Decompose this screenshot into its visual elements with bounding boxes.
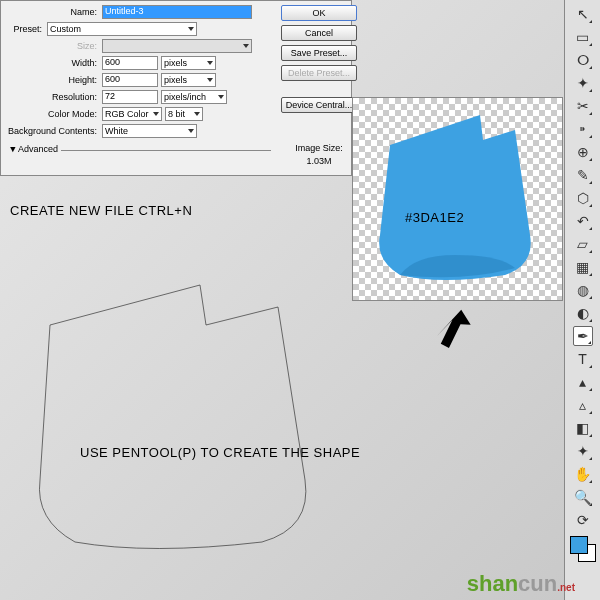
pen-tool-icon[interactable]: ✒ [573, 326, 593, 346]
wand-tool-icon[interactable]: ✦ [573, 73, 593, 93]
colormode-bits-select[interactable]: 8 bit [165, 107, 203, 121]
delete-preset-button: Delete Preset... [281, 65, 357, 81]
device-central-button[interactable]: Device Central... [281, 97, 357, 113]
callout-create-file: CREATE NEW FILE CTRL+N [10, 203, 192, 218]
width-label: Width: [7, 58, 102, 68]
advanced-toggle[interactable]: ▶ Advanced [7, 141, 271, 154]
annotation-arrow-icon [432, 300, 482, 350]
tools-palette: ↖ ▭ ⵔ ✦ ✂ ⁍ ⊕ ✎ ⬡ ↶ ▱ ▦ ◍ ◐ ✒ T ▴ ▵ ◧ ✦ … [564, 0, 600, 600]
resolution-label: Resolution: [7, 92, 102, 102]
callout-hex-color: #3DA1E2 [405, 210, 464, 225]
history-brush-tool-icon[interactable]: ↶ [573, 211, 593, 231]
width-unit-select[interactable]: pixels [161, 56, 216, 70]
shape-tool-icon[interactable]: ◧ [573, 418, 593, 438]
save-preset-button[interactable]: Save Preset... [281, 45, 357, 61]
eraser-tool-icon[interactable]: ▱ [573, 234, 593, 254]
dodge-tool-icon[interactable]: ◐ [573, 303, 593, 323]
width-input[interactable]: 600 [102, 56, 158, 70]
new-file-dialog: Name: Untitled-3 Preset: Custom Size: Wi… [0, 0, 352, 176]
blur-tool-icon[interactable]: ◍ [573, 280, 593, 300]
cancel-button[interactable]: Cancel [281, 25, 357, 41]
image-size-display: Image Size: 1.03M [295, 142, 343, 167]
preset-select[interactable]: Custom [47, 22, 197, 36]
preset-label: Preset: [7, 24, 47, 34]
size-select [102, 39, 252, 53]
type-tool-icon[interactable]: T [573, 349, 593, 369]
eyedropper-tool-icon[interactable]: ⁍ [573, 119, 593, 139]
bg-select[interactable]: White [102, 124, 197, 138]
brush-tool-icon[interactable]: ✎ [573, 165, 593, 185]
height-unit-select[interactable]: pixels [161, 73, 216, 87]
height-input[interactable]: 600 [102, 73, 158, 87]
move-tool-icon[interactable]: ↖ [573, 4, 593, 24]
resolution-input[interactable]: 72 [102, 90, 158, 104]
dialog-fields: Name: Untitled-3 Preset: Custom Size: Wi… [1, 1, 277, 175]
callout-pentool: USE PENTOOL(P) TO CREATE THE SHAPE [80, 445, 360, 460]
size-label: Size: [7, 41, 102, 51]
stamp-tool-icon[interactable]: ⬡ [573, 188, 593, 208]
3d-tool-icon[interactable]: ✦ [573, 441, 593, 461]
zoom-tool-icon[interactable]: 🔍 [573, 487, 593, 507]
height-label: Height: [7, 75, 102, 85]
blue-curled-shape [360, 100, 560, 300]
heal-tool-icon[interactable]: ⊕ [573, 142, 593, 162]
colormode-label: Color Mode: [7, 109, 102, 119]
watermark: shancun.net [467, 571, 575, 597]
hand-tool-icon[interactable]: ✋ [573, 464, 593, 484]
pen-tool-outline [30, 280, 350, 560]
direct-select-tool-icon[interactable]: ▵ [573, 395, 593, 415]
name-input[interactable]: Untitled-3 [102, 5, 252, 19]
dialog-buttons: OK Cancel Save Preset... Delete Preset..… [277, 1, 361, 175]
crop-tool-icon[interactable]: ✂ [573, 96, 593, 116]
bg-label: Background Contents: [7, 126, 102, 136]
lasso-tool-icon[interactable]: ⵔ [573, 50, 593, 70]
path-select-tool-icon[interactable]: ▴ [573, 372, 593, 392]
gradient-tool-icon[interactable]: ▦ [573, 257, 593, 277]
ok-button[interactable]: OK [281, 5, 357, 21]
colormode-select[interactable]: RGB Color [102, 107, 162, 121]
color-swatches[interactable] [570, 536, 596, 562]
marquee-tool-icon[interactable]: ▭ [573, 27, 593, 47]
rotate-view-icon[interactable]: ⟳ [573, 510, 593, 530]
name-label: Name: [7, 7, 102, 17]
resolution-unit-select[interactable]: pixels/inch [161, 90, 227, 104]
chevron-right-icon: ▶ [9, 147, 17, 152]
fg-color-swatch[interactable] [570, 536, 588, 554]
